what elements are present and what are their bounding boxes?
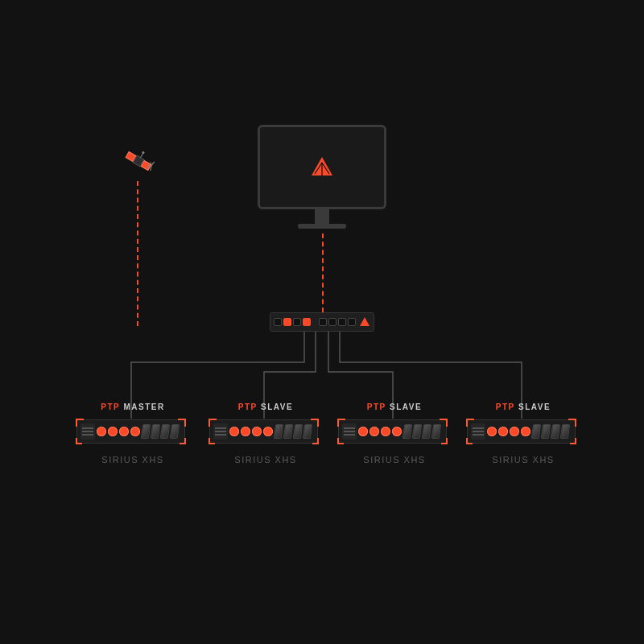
knob-icon (381, 427, 390, 436)
slot-icon (551, 424, 561, 439)
device-node: PTP SLAVE SIRIUS XHS (209, 402, 322, 464)
device-role-label: PTP SLAVE (209, 402, 322, 411)
monitor-stand (315, 209, 329, 224)
switch-port (274, 318, 282, 326)
device-model-label: SIRIUS XHS (209, 455, 322, 464)
knob-icon (358, 427, 368, 436)
knob-icon (241, 427, 250, 436)
ptp-tag: PTP (496, 402, 515, 411)
knob-icon (97, 427, 106, 436)
ptp-tag: PTP (101, 402, 120, 411)
device-model-label: SIRIUS XHS (338, 455, 451, 464)
switch-port (338, 318, 346, 326)
knob-icon (229, 427, 239, 436)
slot-icon (431, 424, 442, 439)
monitor-base (298, 224, 346, 229)
switch-port-active (303, 318, 311, 326)
slot-icon (141, 424, 151, 439)
device-node: PTP MASTER SIRIUS XHS (76, 402, 189, 464)
knob-icon (498, 427, 508, 436)
ptp-tag: PTP (238, 402, 258, 411)
device-unit (467, 419, 576, 444)
role-text: SLAVE (390, 402, 422, 411)
knob-icon (119, 427, 129, 436)
slot-icon (412, 424, 423, 439)
switch-port (348, 318, 356, 326)
triangle-logo-icon (359, 316, 370, 328)
device-model-label: SIRIUS XHS (467, 455, 580, 464)
switch-port (293, 318, 301, 326)
device-node: PTP SLAVE SIRIUS XHS (467, 402, 580, 464)
satellite-icon (122, 145, 155, 177)
knob-icon (108, 427, 118, 436)
slot-icon (151, 424, 161, 439)
device-role-label: PTP SLAVE (338, 402, 451, 411)
device-unit (338, 419, 447, 444)
knob-icon (521, 427, 530, 436)
device-node: PTP SLAVE SIRIUS XHS (338, 402, 451, 464)
slot-icon (560, 424, 571, 439)
switch-port-active (283, 318, 291, 326)
knob-icon (510, 427, 519, 436)
slot-icon (293, 424, 303, 439)
slot-icon (170, 424, 180, 439)
knob-icon (263, 427, 273, 436)
satellite-link-line (137, 181, 138, 326)
ptp-tag: PTP (367, 402, 386, 411)
knob-icon (369, 427, 379, 436)
role-text: SLAVE (261, 402, 293, 411)
switch-port (319, 318, 327, 326)
knob-icon (392, 427, 402, 436)
slot-icon (402, 424, 413, 439)
slot-icon (283, 424, 294, 439)
knob-icon (130, 427, 140, 436)
device-role-label: PTP SLAVE (467, 402, 580, 411)
slot-icon (274, 424, 284, 439)
switch-port (328, 318, 336, 326)
knob-icon (487, 427, 497, 436)
device-unit (76, 419, 185, 444)
knob-icon (252, 427, 262, 436)
slot-icon (422, 424, 432, 439)
slot-icon (541, 424, 551, 439)
device-model-label: SIRIUS XHS (76, 455, 189, 464)
triangle-logo-icon (309, 155, 335, 180)
slot-icon (531, 424, 542, 439)
svg-line-3 (141, 153, 143, 157)
monitor (258, 125, 386, 229)
network-switch (270, 312, 374, 332)
role-text: MASTER (124, 402, 165, 411)
device-unit (209, 419, 318, 444)
slot-icon (303, 424, 313, 439)
svg-point-4 (142, 151, 145, 155)
monitor-screen (258, 125, 386, 209)
monitor-link-line (322, 233, 324, 312)
role-text: SLAVE (518, 402, 551, 411)
device-role-label: PTP MASTER (76, 402, 189, 411)
diagram-canvas: PTP MASTER SIRIUS XHS PTP SLAVE (0, 0, 644, 644)
slot-icon (160, 424, 171, 439)
